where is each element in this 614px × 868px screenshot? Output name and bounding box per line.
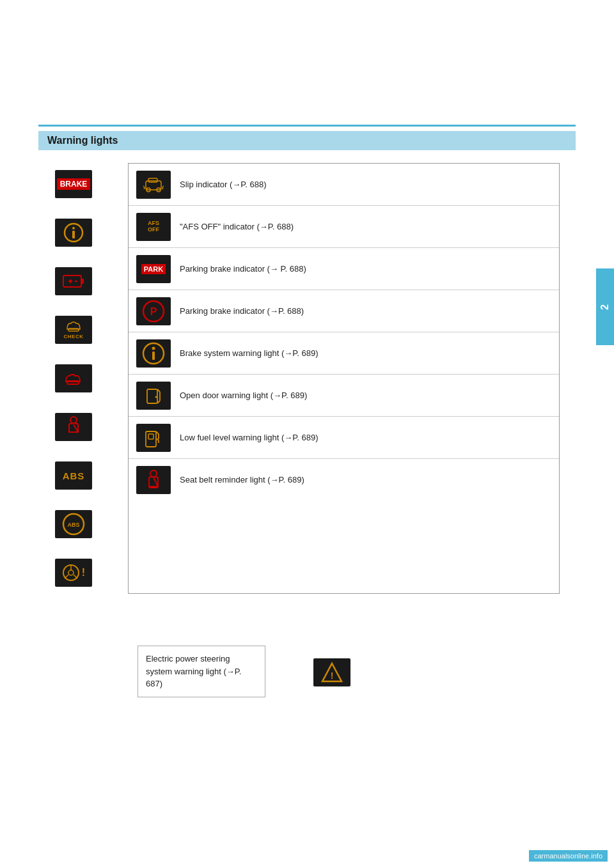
watermark-text: carmanualsonline.info bbox=[534, 852, 602, 860]
svg-rect-28 bbox=[152, 352, 155, 360]
brake-label: BRAKE bbox=[57, 178, 91, 190]
section-header: Warning lights bbox=[38, 131, 576, 150]
svg-line-39 bbox=[154, 477, 158, 486]
section-header-text: Warning lights bbox=[47, 135, 118, 146]
left-icon-column: BRAKE bbox=[38, 163, 109, 594]
desc-circle-i: Brake system warning light (→P. 689) bbox=[180, 347, 319, 360]
p-circle-icon: P bbox=[136, 297, 171, 325]
off-text: OFF bbox=[148, 227, 159, 233]
svg-line-18 bbox=[65, 575, 68, 578]
svg-line-19 bbox=[74, 575, 77, 578]
svg-point-16 bbox=[68, 570, 74, 575]
slip-icon bbox=[136, 171, 171, 199]
chapter-tab: 2 bbox=[596, 268, 614, 345]
left-icon-abs: ABS bbox=[55, 454, 92, 497]
left-icon-abs-circle: ABS bbox=[55, 503, 92, 545]
svg-text:ABS: ABS bbox=[67, 522, 79, 528]
seatbelt-svg bbox=[143, 469, 164, 492]
svg-text:!: ! bbox=[331, 670, 334, 681]
top-divider bbox=[38, 125, 576, 127]
svg-rect-2 bbox=[72, 231, 75, 238]
park-text: PARK bbox=[141, 264, 166, 274]
open-door-icon bbox=[136, 382, 171, 410]
left-icon-brake: BRAKE bbox=[55, 163, 92, 205]
desc-slip: Slip indicator (→P. 688) bbox=[180, 178, 267, 191]
afs-off-icon: AFS OFF bbox=[136, 213, 171, 241]
desc-park: Parking brake indicator (→ P. 688) bbox=[180, 263, 306, 275]
desc-row-slip: Slip indicator (→P. 688) bbox=[129, 164, 559, 206]
abs-label: ABS bbox=[63, 470, 85, 481]
left-icon-circle-i bbox=[55, 212, 92, 254]
steering-tooltip: Electric power steering system warning l… bbox=[138, 646, 265, 697]
svg-line-11 bbox=[74, 424, 78, 432]
right-descriptions-box: Slip indicator (→P. 688) AFS OFF "AFS OF… bbox=[128, 163, 560, 594]
left-icon-engine bbox=[55, 357, 92, 399]
person-belt-icon bbox=[64, 415, 83, 438]
svg-rect-9 bbox=[67, 381, 79, 384]
circle-i-amber-svg bbox=[141, 341, 166, 366]
open-door-svg bbox=[142, 384, 165, 407]
circle-i-amber-icon bbox=[136, 339, 171, 368]
battery-icon bbox=[62, 272, 85, 290]
svg-point-33 bbox=[155, 396, 157, 398]
desc-row-afs: AFS OFF "AFS OFF" indicator (→P. 688) bbox=[129, 206, 559, 248]
watermark: carmanualsonline.info bbox=[529, 850, 608, 862]
chapter-number: 2 bbox=[599, 304, 611, 310]
main-content: BRAKE bbox=[38, 163, 560, 594]
desc-row-open-door: Open door warning light (→P. 689) bbox=[129, 375, 559, 417]
svg-point-27 bbox=[152, 346, 155, 350]
left-icon-check: CHECK bbox=[55, 309, 92, 351]
desc-open-door: Open door warning light (→P. 689) bbox=[180, 389, 307, 402]
desc-row-park: PARK Parking brake indicator (→ P. 688) bbox=[129, 248, 559, 290]
triangle-svg: ! bbox=[320, 662, 343, 683]
seatbelt-icon bbox=[136, 466, 171, 494]
svg-point-1 bbox=[72, 227, 75, 229]
page: Warning lights 2 BRAKE bbox=[0, 0, 614, 868]
check-engine-top-icon bbox=[65, 320, 83, 333]
svg-point-38 bbox=[150, 470, 157, 477]
circle-i-icon bbox=[63, 222, 84, 244]
triangle-warning-icon: ! bbox=[313, 658, 350, 686]
svg-text:P: P bbox=[150, 306, 157, 317]
p-circle-svg: P bbox=[141, 299, 166, 323]
check-label: CHECK bbox=[64, 334, 84, 339]
desc-afs: "AFS OFF" indicator (→P. 688) bbox=[180, 221, 294, 233]
fuel-svg bbox=[143, 426, 164, 449]
desc-seatbelt: Seat belt reminder light (→P. 689) bbox=[180, 474, 304, 486]
park-icon: PARK bbox=[136, 255, 171, 283]
desc-p-circle: Parking brake indicator (→P. 688) bbox=[180, 305, 304, 318]
left-icon-battery bbox=[55, 260, 92, 302]
slip-svg bbox=[142, 173, 165, 196]
engine-outline-icon bbox=[63, 370, 84, 387]
svg-point-10 bbox=[70, 417, 77, 423]
desc-row-p-circle: P Parking brake indicator (→P. 688) bbox=[129, 290, 559, 332]
desc-row-circle-i-amber: Brake system warning light (→P. 689) bbox=[129, 332, 559, 375]
desc-row-fuel: Low fuel level warning light (→P. 689) bbox=[129, 417, 559, 459]
left-icon-person-belt bbox=[55, 406, 92, 448]
desc-row-seatbelt: Seat belt reminder light (→P. 689) bbox=[129, 459, 559, 501]
left-icon-steering: ! bbox=[55, 552, 92, 594]
svg-rect-8 bbox=[68, 329, 79, 331]
exclaim-mark: ! bbox=[82, 567, 85, 578]
abs-circle-icon: ABS bbox=[61, 512, 86, 536]
svg-rect-21 bbox=[148, 178, 157, 182]
desc-fuel: Low fuel level warning light (→P. 689) bbox=[180, 431, 319, 444]
fuel-icon bbox=[136, 424, 171, 452]
svg-rect-35 bbox=[148, 434, 154, 439]
steering-wheel-icon bbox=[62, 564, 80, 582]
svg-rect-4 bbox=[81, 279, 84, 284]
steering-tooltip-text: Electric power steering system warning l… bbox=[146, 654, 241, 688]
